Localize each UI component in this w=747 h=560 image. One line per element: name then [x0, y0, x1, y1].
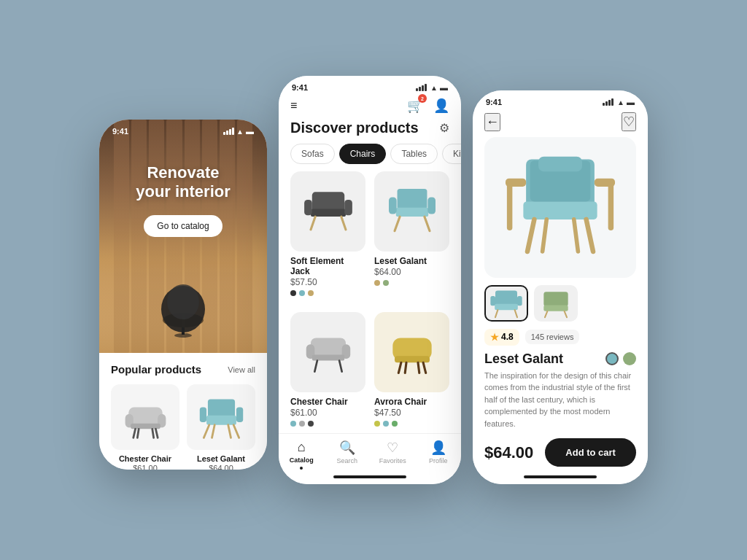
star-icon: ★ — [490, 332, 499, 343]
home-indicator-3 — [524, 475, 597, 478]
reviews-badge[interactable]: 145 reviews — [525, 330, 580, 344]
thumb-1[interactable] — [484, 285, 528, 322]
color-green[interactable] — [623, 352, 636, 365]
product-jack[interactable]: Soft Element Jack $57.50 — [290, 171, 365, 303]
discover-title-row: Discover products ⚙ — [279, 120, 461, 144]
signal-1 — [223, 128, 234, 135]
product-chester-2[interactable]: Chester Chair $61.00 — [290, 312, 365, 434]
time-1: 9:41 — [112, 127, 128, 136]
svg-line-9 — [133, 429, 135, 438]
detail-header: ← ♡ — [473, 109, 648, 137]
profile-icon[interactable]: 👤 — [433, 98, 449, 114]
category-pills: Sofas Chairs Tables Kitchen — [279, 144, 461, 171]
svg-line-41 — [398, 362, 401, 373]
jack-price: $57.50 — [290, 277, 365, 287]
popular-product-chester[interactable]: Chester Chair $61.00 — [111, 384, 179, 470]
jack-colors — [290, 290, 365, 296]
svg-line-23 — [311, 217, 315, 230]
wishlist-button[interactable]: ♡ — [622, 112, 636, 131]
pill-chairs[interactable]: Chairs — [339, 144, 387, 164]
color-teal[interactable] — [605, 352, 619, 365]
add-to-cart-button[interactable]: Add to cart — [545, 438, 636, 467]
svg-line-44 — [418, 362, 419, 373]
nav-search[interactable]: 🔍 Search — [325, 440, 371, 470]
hero-title: Renovate your interior — [99, 163, 267, 202]
product-galant-2[interactable]: Leset Galant $64.00 — [374, 171, 449, 303]
svg-rect-19 — [199, 407, 206, 421]
svg-point-4 — [174, 333, 192, 338]
galant-img — [187, 384, 255, 450]
phone2-header: ≡ 🛒 2 👤 — [279, 95, 461, 120]
back-button[interactable]: ← — [484, 113, 500, 131]
phone-3: 9:41 ▲ ▬ ← ♡ — [473, 90, 648, 484]
wifi-1: ▲ — [236, 128, 244, 136]
svg-rect-40 — [395, 356, 430, 362]
svg-rect-62 — [517, 296, 522, 306]
status-icons-3: ▲ ▬ — [603, 98, 635, 106]
status-icons-1: ▲ ▬ — [223, 127, 254, 136]
profile-label: Profile — [429, 457, 448, 464]
chester2-c3 — [308, 421, 314, 427]
filter-icon[interactable]: ⚙ — [439, 121, 449, 135]
avrora-c2 — [383, 421, 389, 427]
chester2-img-box — [290, 312, 365, 392]
svg-line-52 — [587, 219, 593, 252]
product-avrora[interactable]: Avrora Chair $47.50 — [374, 312, 449, 434]
svg-line-15 — [204, 424, 209, 438]
nav-favorites[interactable]: ♡ Favorites — [370, 440, 416, 470]
svg-line-38 — [339, 360, 342, 371]
favorites-label: Favorites — [379, 457, 406, 464]
menu-icon[interactable]: ≡ — [290, 99, 297, 112]
status-bar-3: 9:41 ▲ ▬ — [473, 90, 648, 109]
time-3: 9:41 — [486, 98, 502, 106]
svg-line-30 — [424, 217, 429, 231]
nav-catalog[interactable]: ⌂ Catalog — [279, 440, 325, 470]
color-selector — [605, 352, 636, 365]
time-2: 9:41 — [292, 83, 308, 92]
go-to-catalog-button[interactable]: Go to catalog — [144, 215, 222, 237]
svg-rect-14 — [206, 415, 236, 424]
thumbnail-row — [473, 278, 648, 329]
rating-badge: ★ 4.8 — [484, 329, 519, 346]
status-icons-2: ▲ ▬ — [416, 83, 448, 92]
svg-line-53 — [543, 219, 547, 252]
svg-rect-56 — [538, 157, 582, 172]
rating-value: 4.8 — [501, 332, 514, 342]
svg-line-60 — [515, 310, 517, 317]
pill-sofas[interactable]: Sofas — [290, 144, 335, 164]
chester2-price: $61.00 — [290, 408, 365, 418]
avrora-c3 — [392, 421, 398, 427]
galant2-colors — [374, 280, 449, 286]
jack-img-box — [290, 171, 365, 252]
wifi-2: ▲ — [430, 84, 438, 92]
bottom-nav: ⌂ Catalog 🔍 Search ♡ Favorites 👤 Profile — [279, 433, 461, 472]
cart-wrapper[interactable]: 🛒 2 — [407, 98, 423, 114]
profile-nav-icon: 👤 — [430, 440, 446, 456]
hero-text: Renovate your interior Go to catalog — [99, 163, 267, 237]
svg-line-65 — [545, 311, 547, 316]
cart-badge: 2 — [418, 94, 427, 103]
svg-line-10 — [155, 429, 158, 438]
detail-name-row: Leset Galant — [473, 346, 648, 370]
svg-line-37 — [314, 360, 317, 371]
jack-color-3 — [308, 290, 314, 296]
view-all-link[interactable]: View all — [228, 365, 255, 374]
status-bar-1: 9:41 ▲ ▬ — [99, 120, 267, 139]
svg-rect-28 — [395, 208, 427, 217]
svg-rect-22 — [311, 209, 346, 217]
header-action-icons: 🛒 2 👤 — [407, 98, 449, 114]
svg-rect-26 — [344, 200, 352, 215]
svg-rect-5 — [128, 407, 162, 426]
phone-2: 9:41 ▲ ▬ ≡ 🛒 2 — [279, 76, 461, 484]
svg-line-54 — [574, 219, 578, 252]
nav-profile[interactable]: 👤 Profile — [416, 440, 462, 470]
svg-line-59 — [495, 310, 498, 317]
svg-line-43 — [405, 362, 406, 373]
chester2-colors — [290, 421, 365, 427]
pill-tables[interactable]: Tables — [390, 144, 438, 164]
pill-kitchen[interactable]: Kitchen — [442, 144, 461, 164]
popular-product-galant[interactable]: Leset Galant $64.00 — [187, 384, 255, 470]
popular-header: Popular products View all — [111, 363, 255, 376]
status-bar-2: 9:41 ▲ ▬ — [279, 76, 461, 95]
thumb-2[interactable] — [534, 285, 578, 322]
